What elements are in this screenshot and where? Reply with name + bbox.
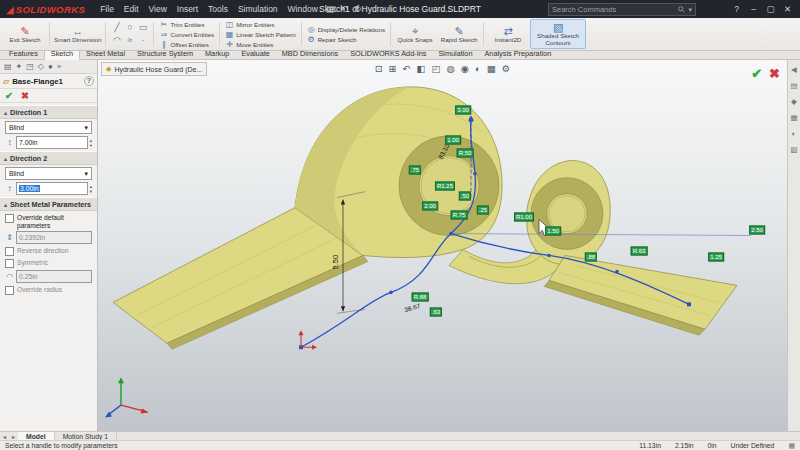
search-commands-box[interactable]: Search Commands ▾	[548, 3, 696, 16]
direction1-depth-field[interactable]: 7.00in	[16, 136, 88, 149]
move-entities-button[interactable]: ✛ Move Entities	[225, 40, 296, 49]
direction1-end-condition-select[interactable]: Blind ▾	[5, 121, 92, 134]
document-breadcrumb-tab[interactable]: ◆ Hydraulic Hose Guard (De...	[101, 62, 207, 76]
mirror-entities-button[interactable]: ◫ Mirror Entities	[225, 20, 296, 29]
circle-tool-icon[interactable]: ○	[123, 21, 136, 34]
dimension-tag[interactable]: 2.00	[422, 202, 438, 211]
appearance-icon[interactable]: ◐	[475, 63, 481, 74]
minimize-button[interactable]: –	[745, 0, 762, 18]
dimension-tag[interactable]: 1.00	[445, 136, 461, 145]
appearances-scenes-icon[interactable]: ◐	[792, 129, 797, 138]
pm-tabs-overflow-icon[interactable]: »	[57, 62, 61, 71]
displaymanager-tab-icon[interactable]: ●	[48, 62, 53, 71]
menu-file[interactable]: File	[95, 4, 119, 14]
dimension-tag[interactable]: .25	[477, 206, 489, 215]
cancel-button[interactable]: ✖	[21, 90, 29, 101]
section-view-icon[interactable]: ◧	[417, 63, 426, 74]
dimension-tag[interactable]: 1.50	[545, 227, 561, 236]
override-default-parameters-checkbox[interactable]	[5, 214, 14, 223]
previous-view-icon[interactable]: ↶	[403, 63, 411, 74]
menu-insert[interactable]: Insert	[172, 4, 203, 14]
display-style-icon[interactable]: ◍	[447, 63, 455, 74]
offset-entities-button[interactable]: Offset Entities ∥ Offset Entities	[159, 40, 214, 49]
spline-tool-icon[interactable]: ≈	[123, 34, 136, 47]
restore-button[interactable]: ▢	[762, 0, 779, 18]
ok-button[interactable]: ✔	[5, 90, 13, 101]
dimension-tag[interactable]: R1.25	[435, 182, 455, 191]
menu-window[interactable]: Window	[283, 4, 323, 14]
direction2-depth-field[interactable]: 3.00in	[16, 182, 88, 195]
arc-tool-icon[interactable]: ◠	[110, 34, 123, 47]
rectangle-tool-icon[interactable]: ▭	[136, 21, 149, 34]
convert-entities-button[interactable]: ⇒ Convert Entities	[159, 30, 214, 39]
spinner-arrows[interactable]: ▴▾	[90, 184, 92, 194]
override-radius-checkbox[interactable]	[5, 286, 14, 295]
view-orientation-icon[interactable]: ◰	[432, 63, 441, 74]
scene-icon[interactable]: ▦	[487, 63, 496, 74]
hide-show-icon[interactable]: ◉	[461, 63, 469, 74]
shaded-sketch-contours-button[interactable]: ▧ Shaded Sketch Contours	[530, 19, 586, 49]
tab-scroll-right-icon[interactable]: ▸	[9, 433, 18, 440]
help-button[interactable]: ?	[728, 0, 745, 18]
graphics-area[interactable]: 5.50 83.10 38.67	[97, 60, 788, 432]
thickness-field[interactable]: 0.2392in	[16, 231, 92, 244]
custom-properties-icon[interactable]: ▧	[790, 145, 797, 154]
file-explorer-icon[interactable]: ▦	[790, 113, 797, 122]
menu-simulation[interactable]: Simulation	[233, 4, 283, 14]
spinner-arrows[interactable]: ▴▾	[90, 138, 92, 148]
zoom-area-icon[interactable]: ⊞	[389, 63, 397, 74]
sheet-metal-parameters-section-header[interactable]: ▴ Sheet Metal Parameters	[0, 197, 97, 211]
symmetric-checkbox[interactable]	[5, 259, 14, 268]
help-icon[interactable]: ?	[84, 76, 94, 86]
zoom-fit-icon[interactable]: ⊡	[375, 63, 383, 74]
dimension-tag[interactable]: .63	[430, 308, 442, 317]
confirm-cancel-button[interactable]: ✖	[769, 66, 780, 81]
dimension-tag[interactable]: R.50	[457, 149, 474, 158]
dimension-tag[interactable]: 1.25	[708, 253, 724, 262]
taskpane-expand-icon[interactable]: ◀	[791, 65, 797, 74]
linear-sketch-pattern-button[interactable]: ▦ Linear Sketch Pattern	[225, 30, 296, 39]
rapid-sketch-button[interactable]: ✎ Rapid Sketch	[437, 19, 481, 49]
direction2-end-condition-select[interactable]: Blind ▾	[5, 167, 92, 180]
height-dimension-label[interactable]: 5.50	[331, 255, 340, 270]
dimension-tag[interactable]: .88	[585, 253, 597, 262]
confirm-ok-button[interactable]: ✔	[751, 66, 762, 81]
menu-view[interactable]: View	[144, 4, 172, 14]
direction2-section-header[interactable]: ▴ Direction 2	[0, 151, 97, 165]
instant2d-button[interactable]: ⇄ Instant2D	[486, 19, 530, 49]
trim-entities-button[interactable]: ✂ Trim Entities	[159, 20, 214, 29]
dimension-tag[interactable]: 2.50	[749, 226, 765, 235]
quick-snaps-button[interactable]: ⌖ Quick Snaps	[393, 19, 437, 49]
dimension-tag[interactable]: .75	[409, 166, 421, 175]
angle-dimension-label[interactable]: 38.67	[403, 302, 421, 313]
dimension-tag[interactable]: R.75	[451, 211, 468, 220]
tab-scroll-left-icon[interactable]: ◂	[0, 433, 9, 440]
menu-tools[interactable]: Tools	[203, 4, 233, 14]
dimension-tag[interactable]: .50	[459, 192, 471, 201]
design-library-icon[interactable]: ◆	[791, 97, 797, 106]
close-button[interactable]: ✕	[779, 0, 796, 18]
propertymanager-tab-icon[interactable]: ✦	[16, 62, 23, 71]
search-dropdown-icon[interactable]: ▾	[688, 6, 692, 14]
configurationmanager-tab-icon[interactable]: ◳	[26, 62, 34, 71]
menu-edit[interactable]: Edit	[119, 4, 144, 14]
bend-radius-field[interactable]: 0.25in	[16, 270, 92, 283]
dimxpertmanager-tab-icon[interactable]: ◇	[38, 62, 44, 71]
reverse-direction-checkbox[interactable]	[5, 247, 14, 256]
dimension-tag[interactable]: 3.00	[455, 106, 471, 115]
heads-up-view-toolbar: ⊡ ⊞ ↶ ◧ ◰ ◍ ◉ ◐ ▦ ⚙	[375, 63, 511, 74]
dimension-tag[interactable]: R.63	[631, 247, 648, 256]
display-delete-relations-button[interactable]: ◎ Display/Delete Relations	[307, 25, 385, 34]
view-settings-icon[interactable]: ⚙	[502, 63, 511, 74]
direction1-section-header[interactable]: ▴ Direction 1	[0, 105, 97, 119]
solidworks-resources-icon[interactable]: ▤	[790, 81, 797, 90]
quick-tips-icon[interactable]: ▦	[788, 442, 795, 450]
repair-sketch-button[interactable]: ⚙ Repair Sketch	[307, 35, 385, 44]
exit-sketch-button[interactable]: ✎ Exit Sketch	[3, 19, 47, 49]
dimension-tag[interactable]: R1.00	[514, 213, 534, 222]
line-tool-icon[interactable]: ╱	[110, 21, 123, 34]
featuremanager-tab-icon[interactable]: ▤	[4, 62, 12, 71]
smart-dimension-button[interactable]: ↔ Smart Dimension	[52, 19, 103, 49]
dimension-tag[interactable]: R.88	[412, 293, 429, 302]
point-tool-icon[interactable]: ·	[136, 34, 149, 47]
